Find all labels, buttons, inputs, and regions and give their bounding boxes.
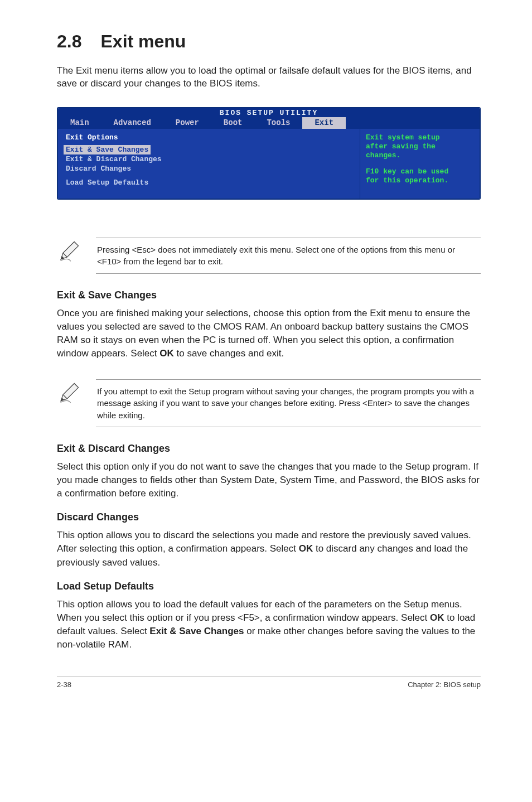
pencil-icon [57, 238, 84, 265]
intro-paragraph: The Exit menu items allow you to load th… [57, 64, 481, 90]
heading-exit-discard: Exit & Discard Changes [57, 443, 481, 455]
bios-fade [57, 203, 481, 219]
kw-exit-save: Exit & Save Changes [149, 626, 244, 636]
para-discard: This option allows you to discard the se… [57, 529, 481, 569]
bios-left-heading: Exit Options [66, 133, 352, 142]
heading-load-defaults: Load Setup Defaults [57, 581, 481, 592]
para-exit-save: Once you are finished making your select… [57, 307, 481, 361]
kw-ok: OK [430, 612, 444, 623]
kw-ok: OK [159, 348, 174, 359]
bios-tab-main[interactable]: Main [58, 117, 101, 129]
bios-help-line: for this operation. [366, 176, 474, 185]
note-text: Pressing <Esc> does not immediately exit… [96, 238, 481, 274]
footer-page-number: 2-38 [57, 680, 71, 689]
bios-tab-advanced[interactable]: Advanced [101, 117, 163, 129]
title-text: Exit menu [100, 31, 186, 51]
bios-item-exit-discard[interactable]: Exit & Discard Changes [66, 154, 352, 164]
title-number: 2.8 [57, 31, 81, 52]
bios-help-line: Exit system setup [366, 133, 474, 142]
bios-help-line: changes. [366, 151, 474, 160]
page-root: 2.8Exit menu The Exit menu items allow y… [0, 0, 532, 706]
bios-help-line: after saving the [366, 142, 474, 151]
footer-chapter: Chapter 2: BIOS setup [408, 680, 481, 689]
bios-screenshot: BIOS SETUP UTILITY Main Advanced Power B… [57, 107, 481, 200]
note-text: If you attempt to exit the Setup program… [96, 379, 481, 427]
bios-title: BIOS SETUP UTILITY [58, 108, 480, 117]
para-exit-discard: Select this option only if you do not wa… [57, 460, 481, 500]
page-footer: 2-38 Chapter 2: BIOS setup [57, 676, 481, 689]
bios-tab-power[interactable]: Power [163, 117, 211, 129]
bios-item-discard[interactable]: Discard Changes [66, 164, 352, 173]
bios-help-gap [366, 161, 474, 167]
page-title: 2.8Exit menu [57, 31, 481, 52]
note-block: If you attempt to exit the Setup program… [57, 379, 481, 427]
bios-tab-row: Main Advanced Power Boot Tools Exit [58, 117, 480, 129]
para-load-defaults: This option allows you to load the defau… [57, 598, 481, 652]
heading-exit-save: Exit & Save Changes [57, 289, 481, 301]
heading-discard: Discard Changes [57, 511, 481, 523]
text: This option allows you to load the defau… [57, 599, 462, 623]
bios-tab-exit[interactable]: Exit [302, 117, 346, 129]
bios-tab-boot[interactable]: Boot [211, 117, 255, 129]
bios-item-load-defaults[interactable]: Load Setup Defaults [66, 178, 352, 187]
kw-ok: OK [299, 543, 313, 554]
bios-item-exit-save[interactable]: Exit & Save Changes [64, 145, 151, 154]
bios-tab-tools[interactable]: Tools [254, 117, 302, 129]
text: to save changes and exit. [174, 348, 284, 359]
pencil-icon [57, 379, 84, 407]
bios-help-line: F10 key can be used [366, 167, 474, 176]
note-block: Pressing <Esc> does not immediately exit… [57, 238, 481, 274]
